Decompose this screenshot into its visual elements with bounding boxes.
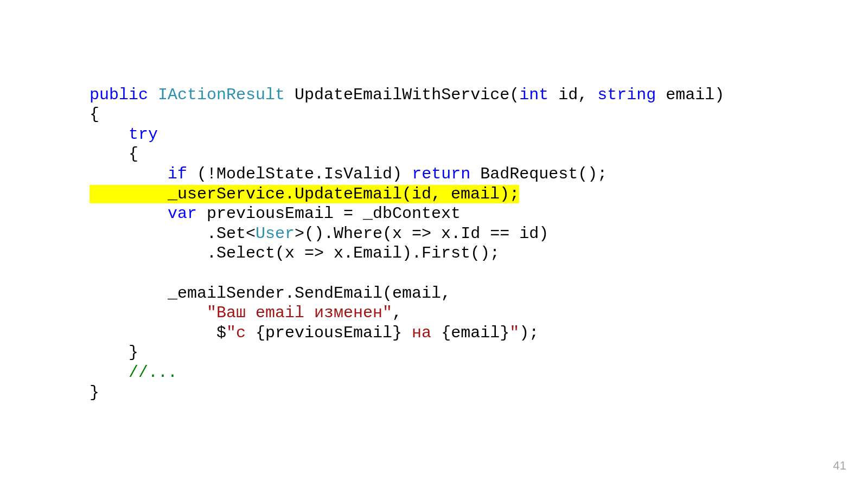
- string-literal-subject: "Ваш email изменен": [207, 304, 392, 322]
- code-line-3: try: [90, 125, 158, 144]
- code-line-15: //...: [90, 363, 177, 382]
- slide: public IActionResult UpdateEmailWithServ…: [0, 0, 868, 488]
- keyword-var: var: [168, 204, 197, 223]
- code-line-11: _emailSender.SendEmail(email,: [90, 284, 451, 303]
- code-line-9: .Select(x => x.Email).First();: [90, 244, 500, 262]
- highlighted-line: _userService.UpdateEmail(id, email);: [90, 185, 519, 203]
- code-line-13: $"с {previousEmail} на {email}");: [90, 324, 539, 342]
- keyword-if: if: [168, 165, 187, 183]
- code-line-14: }: [90, 343, 138, 362]
- string-mid: на: [402, 324, 441, 342]
- code-line-4: {: [90, 145, 138, 163]
- code-line-2: {: [90, 105, 99, 124]
- keyword-public: public: [90, 86, 148, 104]
- code-line-5: if (!ModelState.IsValid) return BadReque…: [90, 165, 607, 183]
- keyword-return: return: [412, 165, 470, 183]
- comment: //...: [129, 363, 177, 382]
- code-line-7: var previousEmail = _dbContext: [90, 204, 461, 223]
- string-close: ": [509, 324, 519, 342]
- keyword-string: string: [597, 86, 656, 104]
- code-line-12: "Ваш email изменен",: [90, 304, 402, 322]
- string-open: "с: [226, 324, 256, 342]
- type-user: User: [256, 224, 295, 243]
- type-iactionresult: IActionResult: [158, 86, 285, 104]
- code-line-1: public IActionResult UpdateEmailWithServ…: [90, 86, 724, 104]
- interp-email: {email}: [441, 324, 509, 342]
- code-line-6-highlight: _userService.UpdateEmail(id, email);: [90, 185, 519, 203]
- keyword-int: int: [519, 86, 548, 104]
- code-line-16: }: [90, 383, 99, 402]
- keyword-try: try: [129, 125, 158, 144]
- code-block: public IActionResult UpdateEmailWithServ…: [90, 65, 724, 402]
- interp-previous-email: {previousEmail}: [256, 324, 402, 342]
- page-number: 41: [833, 459, 846, 473]
- code-line-8: .Set<User>().Where(x => x.Id == id): [90, 224, 548, 243]
